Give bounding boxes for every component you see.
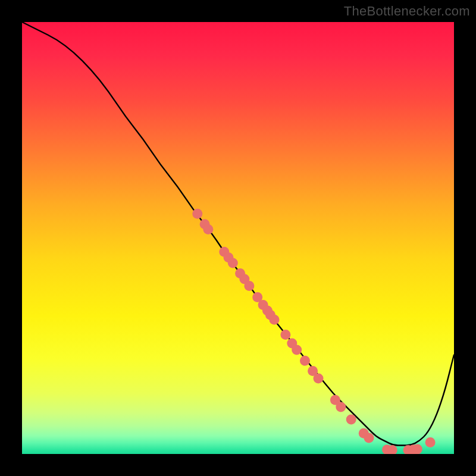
credit-watermark: TheBottlenecker.com (344, 4, 470, 19)
curve-marker (314, 373, 324, 383)
curve-marker (300, 356, 310, 366)
curve-marker (244, 281, 254, 291)
curve-marker (270, 315, 280, 325)
curve-marker (228, 258, 238, 268)
curve-marker (346, 414, 356, 424)
curve-markers (192, 209, 435, 454)
figure-stage: TheBottlenecker.com (0, 0, 476, 476)
curve-marker (292, 345, 302, 355)
plot-area (22, 22, 454, 454)
curve-layer (22, 22, 454, 454)
curve-marker (280, 330, 290, 340)
curve-marker (336, 402, 346, 412)
curve-marker (192, 209, 202, 219)
curve-marker (203, 224, 213, 234)
bottleneck-curve (22, 22, 454, 446)
curve-marker (412, 444, 422, 455)
curve-marker (425, 437, 436, 447)
curve-marker (364, 433, 374, 443)
